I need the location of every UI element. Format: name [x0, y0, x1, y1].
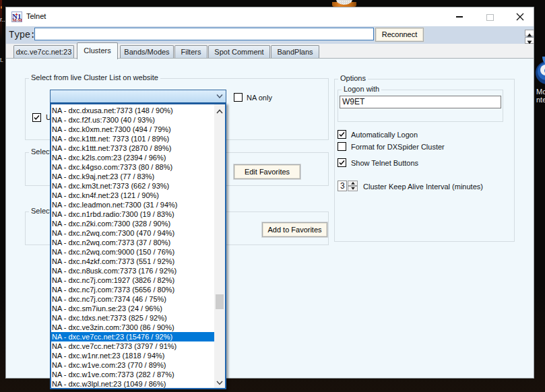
- svg-text:M-M: M-M: [13, 18, 22, 22]
- svg-text:+: +: [15, 12, 18, 17]
